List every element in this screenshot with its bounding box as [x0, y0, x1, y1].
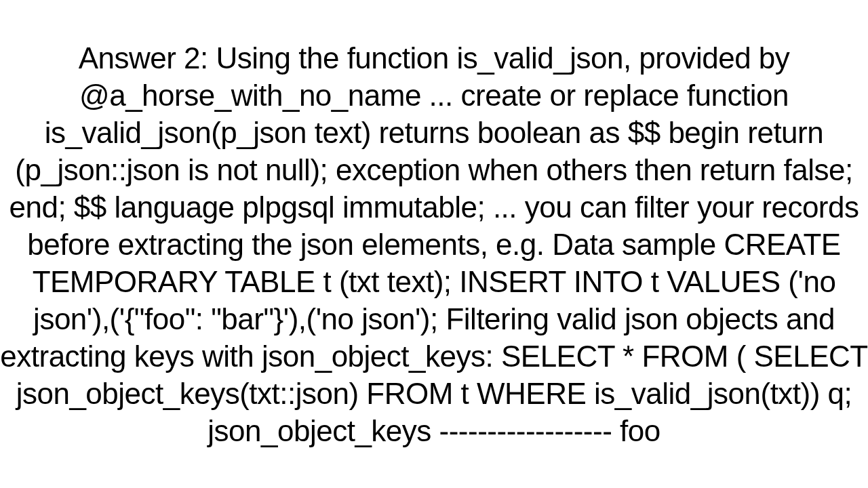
answer-text-block: Answer 2: Using the function is_valid_js… — [0, 39, 868, 449]
